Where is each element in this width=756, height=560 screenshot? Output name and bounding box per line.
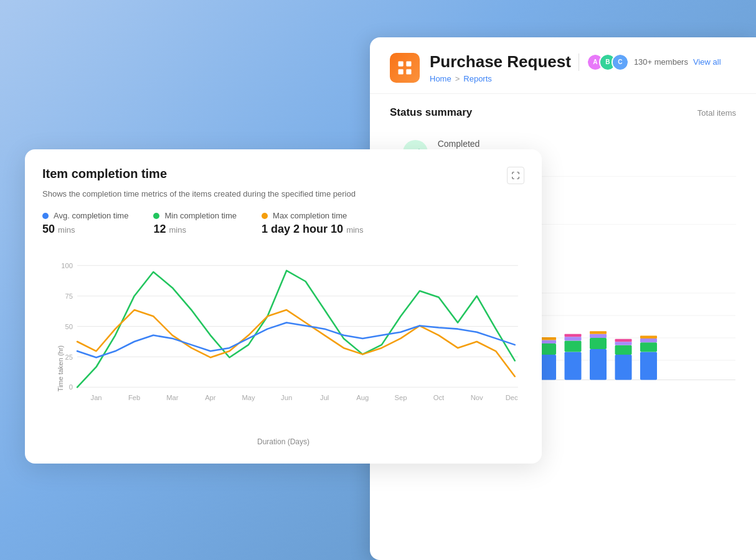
completion-time-card: Item completion time Shows the completio… — [25, 149, 542, 464]
max-value: 1 day 2 hour 10 mins — [262, 223, 364, 236]
status-header: Status summary Total items — [390, 106, 736, 119]
view-all-link[interactable]: View all — [693, 57, 721, 67]
x-axis-label: Duration (Days) — [42, 437, 524, 446]
svg-text:Apr: Apr — [205, 394, 216, 401]
svg-rect-48 — [640, 342, 657, 352]
max-dot — [262, 213, 268, 219]
breadcrumb: Home > Reports — [430, 74, 736, 83]
min-value: 12 mins — [153, 223, 237, 236]
metric-avg: Avg. completion time 50 mins — [42, 211, 128, 236]
svg-rect-35 — [565, 352, 582, 380]
svg-rect-49 — [640, 338, 657, 342]
svg-rect-44 — [615, 345, 632, 355]
svg-rect-34 — [539, 337, 556, 340]
card-header: Item completion time — [42, 167, 524, 184]
svg-text:25: 25 — [65, 353, 72, 361]
svg-rect-0 — [399, 62, 404, 67]
panel-header: Purchase Request A B C 130+ me — [370, 37, 756, 94]
svg-rect-50 — [640, 335, 657, 338]
avg-dot — [42, 213, 49, 219]
svg-text:0: 0 — [69, 383, 73, 391]
pipe-divider — [579, 54, 579, 71]
line-chart-container: Time taken (hr) 100 75 50 25 0 Jan Feb M… — [42, 248, 524, 435]
breadcrumb-home[interactable]: Home — [430, 74, 451, 83]
y-axis-label: Time taken (hr) — [57, 345, 64, 391]
svg-text:May: May — [242, 394, 255, 401]
svg-rect-37 — [565, 337, 582, 340]
card-description: Shows the completion time metrics of the… — [42, 189, 524, 198]
svg-rect-32 — [539, 343, 556, 355]
svg-text:Mar: Mar — [166, 394, 179, 401]
line-chart-svg: 100 75 50 25 0 Jan Feb Mar Apr May Jun J… — [42, 248, 524, 435]
min-label: Min completion time — [164, 211, 237, 220]
svg-text:Feb: Feb — [128, 394, 140, 401]
svg-rect-43 — [615, 355, 632, 380]
title-section: Purchase Request A B C 130+ me — [430, 52, 736, 83]
status-title: Status summary — [390, 106, 472, 119]
member-avatars: A B C — [587, 54, 629, 71]
breadcrumb-reports[interactable]: Reports — [463, 74, 492, 83]
metric-min: Min completion time 12 mins — [153, 211, 237, 236]
svg-rect-1 — [406, 62, 411, 67]
page-title: Purchase Request — [430, 52, 571, 72]
svg-rect-47 — [640, 352, 657, 380]
svg-text:Nov: Nov — [471, 394, 483, 401]
total-items-label: Total items — [697, 108, 736, 118]
svg-rect-2 — [399, 69, 404, 74]
svg-rect-40 — [590, 338, 607, 349]
svg-rect-36 — [565, 341, 582, 352]
svg-rect-41 — [590, 334, 607, 338]
svg-text:Jan: Jan — [91, 394, 102, 401]
avg-value: 50 mins — [42, 223, 128, 236]
svg-text:Jun: Jun — [281, 394, 292, 401]
svg-text:50: 50 — [65, 323, 72, 330]
breadcrumb-separator: > — [455, 74, 460, 83]
grid-icon — [396, 59, 413, 77]
card-title: Item completion time — [42, 167, 167, 181]
completed-label: Completed — [438, 139, 736, 149]
svg-text:75: 75 — [65, 292, 72, 300]
svg-rect-3 — [406, 69, 411, 74]
svg-text:Jul: Jul — [320, 394, 329, 401]
svg-text:Dec: Dec — [506, 394, 518, 401]
expand-button[interactable] — [507, 167, 524, 184]
members-count: 130+ members — [634, 57, 688, 67]
svg-text:100: 100 — [61, 262, 73, 269]
min-dot — [153, 213, 159, 219]
app-icon — [390, 53, 420, 83]
max-label: Max completion time — [273, 211, 347, 220]
svg-rect-42 — [590, 331, 607, 334]
svg-text:Oct: Oct — [433, 394, 445, 401]
metric-max: Max completion time 1 day 2 hour 10 mins — [262, 211, 364, 236]
svg-text:Aug: Aug — [356, 394, 369, 401]
svg-rect-38 — [565, 334, 582, 337]
svg-rect-45 — [615, 342, 632, 345]
svg-rect-39 — [590, 349, 607, 380]
svg-text:Sep: Sep — [394, 394, 407, 401]
members-section: A B C 130+ members View all — [587, 54, 721, 71]
metrics-row: Avg. completion time 50 mins Min complet… — [42, 211, 524, 236]
svg-rect-31 — [539, 355, 556, 380]
header-top-row: Purchase Request A B C 130+ me — [430, 52, 736, 72]
svg-rect-46 — [615, 339, 632, 342]
svg-rect-33 — [539, 340, 556, 343]
avg-label: Avg. completion time — [54, 211, 128, 220]
avatar-3: C — [612, 54, 629, 71]
